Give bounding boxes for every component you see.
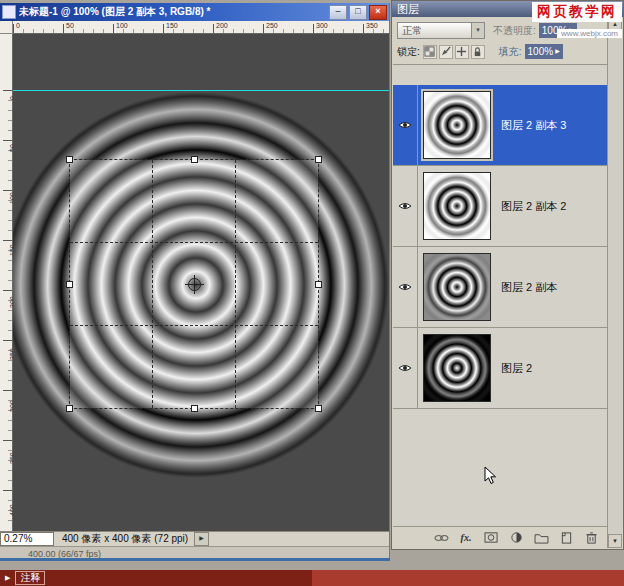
transform-grid-line: [70, 325, 318, 326]
layer-name[interactable]: 图层 2: [501, 361, 532, 376]
window-title: 未标题-1 @ 100% (图层 2 副本 3, RGB/8) *: [19, 5, 326, 19]
photoshop-workspace: 未标题-1 @ 100% (图层 2 副本 3, RGB/8) * – □ × …: [0, 0, 624, 586]
transform-handle-ne[interactable]: [315, 156, 322, 163]
layer-row[interactable]: 图层 2 副本 2: [393, 166, 607, 247]
layer-row[interactable]: 图层 2 副本 3: [393, 85, 607, 166]
zoom-field[interactable]: 0.27%: [0, 532, 54, 546]
watermark-url: www.webjx.com: [557, 29, 622, 38]
transform-handle-s[interactable]: [191, 405, 198, 412]
layer-list: 图层 2 副本 3 图层 2 副本 2 图层 2 副本: [393, 65, 607, 526]
document-window: 未标题-1 @ 100% (图层 2 副本 3, RGB/8) * – □ × …: [0, 3, 390, 561]
ruler-label: 350: [366, 22, 378, 29]
ruler-label: 250: [266, 22, 278, 29]
transform-selection[interactable]: [70, 160, 318, 408]
ruler-label: 300: [316, 22, 328, 29]
blend-mode-select[interactable]: 正常 ▼: [397, 22, 485, 39]
ruler-label: 150: [166, 22, 178, 29]
transform-grid-line: [152, 160, 153, 408]
fill-value: 100%: [528, 44, 554, 59]
ruler-corner: [0, 21, 13, 34]
layer-row[interactable]: 图层 2 副本: [393, 247, 607, 328]
eye-icon: [398, 282, 412, 292]
chevron-down-icon[interactable]: ▼: [471, 23, 484, 38]
layer-thumbnail[interactable]: [423, 253, 491, 321]
horizontal-ruler[interactable]: 0 50 100 150 200 250 300 350: [13, 21, 389, 34]
blend-mode-value: 正常: [402, 24, 471, 38]
lock-label: 锁定:: [397, 45, 420, 59]
layers-panel: 图层 × 正常 ▼ 不透明度: 100% ▶ 锁定:: [391, 0, 624, 550]
new-group-icon[interactable]: [533, 530, 549, 545]
layer-name[interactable]: 图层 2 副本 3: [501, 118, 566, 133]
lock-pixels-icon[interactable]: [439, 45, 453, 59]
transform-handle-sw[interactable]: [66, 405, 73, 412]
visibility-toggle[interactable]: [393, 85, 418, 165]
panel-scrollbar[interactable]: ▲ ▼: [607, 17, 622, 548]
layer-name[interactable]: 图层 2 副本 2: [501, 199, 566, 214]
layer-mask-icon[interactable]: [483, 530, 499, 545]
transform-handle-nw[interactable]: [66, 156, 73, 163]
fill-field[interactable]: 100% ▶: [525, 44, 563, 59]
ruler-label: 100: [116, 22, 128, 29]
eye-icon: [398, 201, 412, 211]
document-statusbar: 0.27% 400 像素 x 400 像素 (72 ppi) ▶: [0, 531, 389, 546]
new-layer-icon[interactable]: [558, 530, 574, 545]
eye-icon: [398, 363, 412, 373]
ruler-label: 0: [16, 22, 20, 29]
transform-grid-line: [70, 242, 318, 243]
visibility-toggle[interactable]: [393, 247, 418, 327]
transform-handle-e[interactable]: [315, 281, 322, 288]
lock-position-icon[interactable]: [455, 45, 469, 59]
link-layers-icon[interactable]: [433, 530, 449, 545]
lock-transparency-icon[interactable]: [423, 45, 437, 59]
canvas-area[interactable]: [13, 34, 389, 531]
visibility-toggle[interactable]: [393, 328, 418, 408]
transform-handle-se[interactable]: [315, 405, 322, 412]
vertical-ruler[interactable]: 0 50 100 150 200 250 300 350 400: [0, 34, 13, 531]
delete-layer-icon[interactable]: [583, 530, 599, 545]
maximize-button[interactable]: □: [349, 5, 367, 20]
cyan-guide-line[interactable]: [13, 90, 389, 91]
transform-reference-point[interactable]: [188, 278, 201, 291]
close-button[interactable]: ×: [369, 5, 387, 20]
ruler-label: 50: [66, 22, 74, 29]
lock-all-icon[interactable]: [471, 45, 485, 59]
layer-thumbnail[interactable]: [423, 91, 491, 159]
document-info: 400 像素 x 400 像素 (72 ppi): [62, 532, 188, 546]
ruler-label: 200: [216, 22, 228, 29]
visibility-toggle[interactable]: [393, 166, 418, 246]
transform-handle-n[interactable]: [191, 156, 198, 163]
adjustment-layer-icon[interactable]: [508, 530, 524, 545]
eye-icon: [398, 120, 412, 130]
opacity-label: 不透明度:: [493, 24, 536, 38]
layer-style-icon[interactable]: fx.: [458, 530, 474, 545]
chevron-right-icon: ▶: [555, 44, 560, 59]
annotation-label: 注释: [15, 571, 45, 585]
fill-label: 填充:: [499, 45, 522, 59]
document-icon: [2, 5, 16, 19]
scroll-down-icon[interactable]: ▼: [608, 534, 622, 548]
transform-grid-line: [235, 160, 236, 408]
layer-name[interactable]: 图层 2 副本: [501, 280, 557, 295]
window-bottom-edge: [0, 558, 390, 561]
minimize-button[interactable]: –: [329, 5, 347, 20]
annotation-bar: ▶ 注释: [0, 570, 624, 586]
layer-thumbnail[interactable]: [423, 334, 491, 402]
titlebar[interactable]: 未标题-1 @ 100% (图层 2 副本 3, RGB/8) * – □ ×: [0, 3, 389, 21]
transform-handle-w[interactable]: [66, 281, 73, 288]
play-icon[interactable]: ▶: [5, 574, 10, 582]
status-menu-button[interactable]: ▶: [194, 532, 209, 546]
mouse-cursor: [484, 466, 497, 485]
layers-panel-toolbar: fx.: [393, 526, 607, 548]
layer-row[interactable]: 图层 2: [393, 328, 607, 409]
watermark-title: 网页教学网: [532, 2, 622, 22]
layer-thumbnail[interactable]: [423, 172, 491, 240]
watermark: 网页教学网 www.webjx.com: [532, 2, 622, 40]
